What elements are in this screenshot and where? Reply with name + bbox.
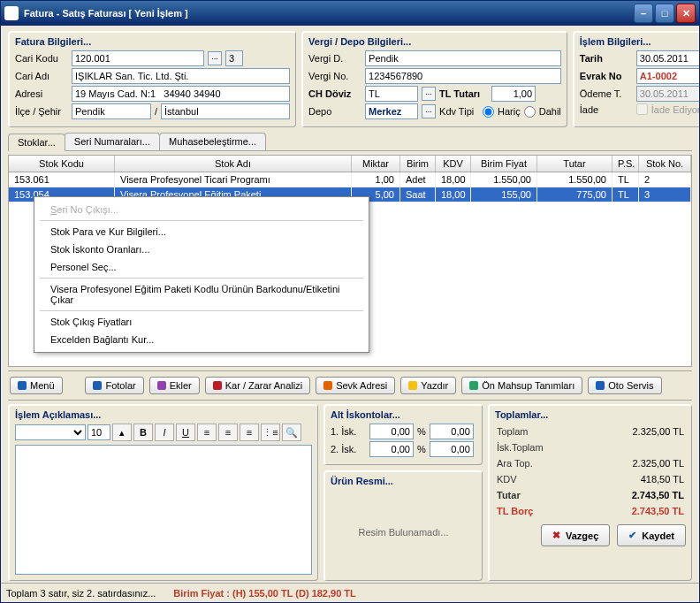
evrak-input[interactable] — [636, 68, 699, 84]
total-value: 2.325,00 TL — [632, 426, 684, 437]
x-icon: ✖ — [552, 530, 560, 541]
invoice-info-title: Fatura Bilgileri... — [15, 36, 290, 47]
tab-stoklar[interactable]: Stoklar... — [8, 134, 65, 151]
sevk-button[interactable]: Sevk Adresi — [316, 377, 395, 394]
isk2-pct-input[interactable] — [369, 441, 414, 457]
vergino-label: Vergi No. — [308, 71, 361, 81]
menu-button[interactable]: Menü — [10, 377, 63, 394]
tab-muhasebe[interactable]: Muhasebeleştirme... — [159, 133, 266, 150]
image-placeholder: Resim Bulunamadı... — [331, 490, 476, 575]
fotolar-button[interactable]: Fotolar — [85, 377, 143, 394]
depo-lookup-button[interactable]: ··· — [422, 104, 436, 118]
bullets-button[interactable]: ⋮≡ — [261, 424, 280, 441]
font-select[interactable] — [15, 424, 86, 440]
cm-barkod[interactable]: Visera Profesyonel Eğitim Paketi Kodlu Ü… — [34, 280, 369, 309]
cari-adi-label: Cari Adı — [15, 71, 68, 81]
square-icon — [157, 381, 166, 390]
yazdir-button[interactable]: Yazdır — [400, 377, 456, 394]
bold-button[interactable]: B — [133, 424, 153, 441]
kdvtipi-label: Kdv Tipi — [439, 106, 479, 117]
cancel-button[interactable]: ✖Vazgeç — [541, 524, 610, 546]
save-button[interactable]: ✔Kaydet — [617, 524, 686, 546]
col-ps[interactable]: P.S. — [612, 156, 639, 172]
tab-seri[interactable]: Seri Numaraları... — [65, 133, 160, 150]
ekler-button[interactable]: Ekler — [149, 377, 200, 394]
square-icon — [93, 381, 102, 390]
vergid-input[interactable] — [365, 50, 561, 66]
fontsize-up-button[interactable]: ▴ — [112, 424, 132, 441]
square-icon — [213, 381, 222, 390]
check-icon: ✔ — [628, 530, 636, 541]
discount-panel: Alt İskontolar... 1. İsk. % 2. İsk. % — [323, 404, 483, 465]
mahsup-button[interactable]: Ön Mahsup Tanımları — [461, 377, 582, 394]
fontsize-input[interactable] — [88, 424, 110, 440]
square-icon — [596, 381, 605, 390]
transaction-info-panel: İşlem Bilgileri... Tarih ▾ Evrak No Ödem… — [573, 31, 699, 127]
window-title: Fatura - Satış Faturası [ Yeni İşlem ] — [24, 8, 634, 19]
vergino-input[interactable] — [365, 68, 561, 84]
vergid-label: Vergi D. — [308, 53, 361, 64]
adresi-input[interactable] — [72, 86, 290, 102]
totals-panel: Toplamlar... Toplam2.325,00 TL İsk.Topla… — [488, 404, 692, 581]
cari-adi-input[interactable] — [72, 68, 290, 84]
search-icon-button[interactable]: 🔍 — [282, 424, 301, 441]
cm-seri-cikisi: Seri No Çıkışı... — [34, 201, 369, 218]
cari-kodu-input[interactable] — [72, 50, 204, 66]
col-stokno[interactable]: Stok No. — [639, 156, 691, 172]
close-button[interactable]: ✕ — [676, 4, 696, 23]
isktotal-label: İsk.Toplam — [497, 442, 544, 453]
align-center-button[interactable]: ≡ — [218, 424, 238, 441]
cm-cikis-fiyat[interactable]: Stok Çıkış Fiyatları — [34, 313, 369, 331]
maximize-button[interactable]: □ — [655, 4, 674, 23]
ilce-input[interactable] — [72, 103, 151, 119]
col-birim[interactable]: Birim — [400, 156, 436, 172]
debt-label: TL Borç — [497, 506, 533, 516]
square-icon — [469, 381, 478, 390]
col-tutar[interactable]: Tutar — [537, 156, 612, 172]
cari-kodu-label: Cari Kodu — [15, 53, 68, 64]
underline-button[interactable]: U — [176, 424, 195, 441]
kdv-dahil-radio[interactable] — [524, 106, 536, 118]
chdoviz-lookup-button[interactable]: ··· — [422, 87, 436, 101]
status-left: Toplam 3 satır, siz 2. satırdasınız... — [6, 588, 156, 599]
tltutari-label: TL Tutarı — [439, 88, 488, 99]
discount-title: Alt İskontolar... — [331, 409, 476, 420]
oto-button[interactable]: Oto Servis — [588, 377, 661, 394]
tarih-input[interactable] — [636, 50, 699, 66]
align-left-button[interactable]: ≡ — [197, 424, 217, 441]
square-icon — [323, 381, 332, 390]
align-right-button[interactable]: ≡ — [240, 424, 259, 441]
depo-input[interactable] — [365, 103, 418, 119]
kdv-label: KDV — [497, 474, 517, 485]
subtotal-value: 2.325,00 TL — [632, 458, 684, 469]
italic-button[interactable]: I — [155, 424, 174, 441]
image-title: Ürün Resmi... — [331, 476, 476, 486]
description-textarea[interactable] — [15, 445, 312, 575]
sehir-input[interactable] — [161, 103, 290, 119]
chdoviz-input[interactable] — [365, 86, 418, 102]
col-birimfiyat[interactable]: Birim Fiyat — [471, 156, 537, 172]
col-stokadi[interactable]: Stok Adı — [115, 156, 352, 172]
cm-iskonto[interactable]: Stok İskonto Oranları... — [34, 240, 369, 258]
transaction-info-title: İşlem Bilgileri... — [580, 36, 699, 47]
tax-depot-panel: Vergi / Depo Bilgileri... Vergi D. Vergi… — [301, 31, 567, 127]
cm-personel[interactable]: Personel Seç... — [34, 258, 369, 276]
col-stokkodu[interactable]: Stok Kodu — [9, 156, 115, 172]
isk1-val-input[interactable] — [430, 424, 474, 439]
kdv-haric-radio[interactable] — [483, 106, 494, 118]
isk2-val-input[interactable] — [430, 441, 474, 457]
minimize-button[interactable]: – — [634, 4, 653, 23]
grid-row[interactable]: 153.061 Visera Profesyonel Ticari Progra… — [9, 172, 691, 187]
chdoviz-label: CH Döviz — [308, 88, 361, 99]
cm-excel[interactable]: Excelden Bağlantı Kur... — [34, 331, 369, 348]
tax-depot-title: Vergi / Depo Bilgileri... — [308, 36, 561, 47]
col-miktar[interactable]: Miktar — [352, 156, 400, 172]
app-window: Fatura - Satış Faturası [ Yeni İşlem ] –… — [0, 0, 700, 603]
col-kdv[interactable]: KDV — [436, 156, 471, 172]
cm-stok-para[interactable]: Stok Para ve Kur Bilgileri... — [34, 223, 369, 240]
tltutari-input[interactable] — [491, 86, 536, 102]
karzarar-button[interactable]: Kar / Zarar Analizi — [205, 377, 310, 394]
isk1-pct-input[interactable] — [369, 424, 414, 439]
cari-kodu-lookup-button[interactable]: ··· — [208, 51, 222, 65]
square-icon — [408, 381, 417, 390]
